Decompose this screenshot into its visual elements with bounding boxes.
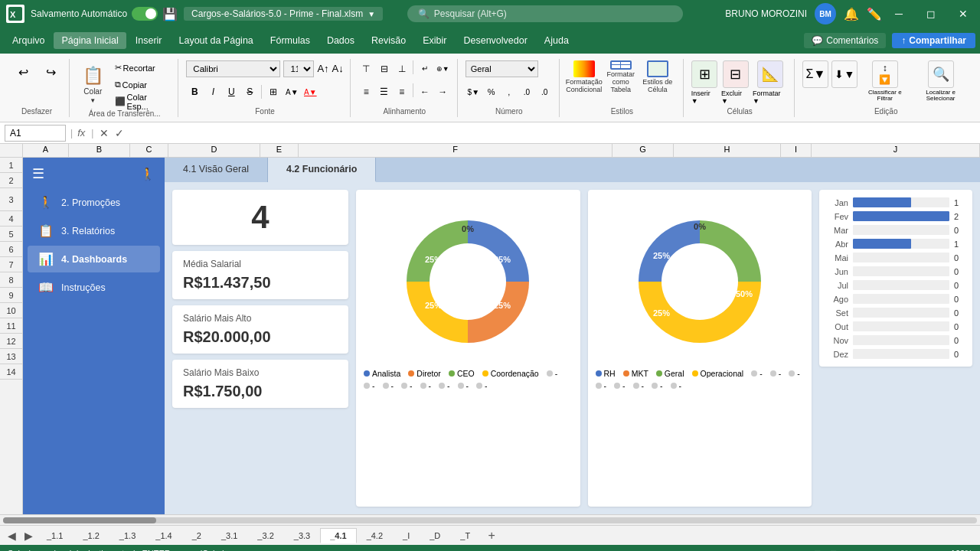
sheet-tab-4-1[interactable]: _4.1: [320, 528, 356, 543]
font-size-selector[interactable]: 11: [283, 60, 314, 77]
name-box[interactable]: [5, 125, 66, 142]
col-header-f[interactable]: F: [299, 144, 612, 157]
redo-button[interactable]: ↪: [38, 60, 63, 85]
add-sheet-button[interactable]: +: [483, 527, 500, 544]
cancel-formula-button[interactable]: ✕: [100, 127, 109, 139]
row-1[interactable]: 1: [0, 158, 22, 173]
sheet-tab-3-3[interactable]: _3.3: [284, 528, 320, 543]
decrease-decimal-button[interactable]: .0: [537, 83, 553, 100]
sheet-tab-2[interactable]: _2: [182, 528, 211, 543]
sheet-tab-1-2[interactable]: _1.2: [73, 528, 109, 543]
delete-cells-button[interactable]: ⊟ Excluir ▼: [721, 60, 750, 105]
sidebar-item-instrucoes[interactable]: 📖 Instruções: [28, 274, 160, 301]
border-button[interactable]: ⊞: [265, 83, 282, 100]
menu-pagina-inicial[interactable]: Página Inicial: [54, 32, 126, 49]
currency-button[interactable]: $▼: [466, 83, 482, 100]
paste-special-button[interactable]: ⬛Colar Esp...: [112, 94, 172, 109]
number-format-selector[interactable]: Geral: [466, 60, 538, 77]
row-14[interactable]: 14: [0, 364, 22, 380]
cut-button[interactable]: ✂Recortar: [112, 60, 172, 76]
row-12[interactable]: 12: [0, 334, 22, 349]
comments-button[interactable]: 💬 Comentários: [804, 33, 886, 48]
row-6[interactable]: 6: [0, 242, 22, 257]
menu-desenvolvedor[interactable]: Desenvolvedor: [456, 32, 534, 49]
sheet-next-button[interactable]: ▶: [20, 527, 37, 544]
align-top-button[interactable]: ⊤: [358, 60, 374, 77]
merge-button[interactable]: ⊕▼: [435, 60, 451, 77]
tab-funcionario[interactable]: 4.2 Funcionário: [268, 158, 376, 182]
minimize-button[interactable]: ─: [888, 3, 910, 24]
undo-button[interactable]: ↩: [11, 60, 35, 85]
format-as-table-button[interactable]: Formatar como Tabela: [604, 60, 638, 94]
autosave-toggle[interactable]: [132, 7, 158, 21]
sheet-tab-d[interactable]: _D: [420, 528, 450, 543]
sheet-tab-t[interactable]: _T: [450, 528, 480, 543]
horizontal-scrollbar[interactable]: [0, 514, 980, 525]
close-button[interactable]: ✕: [952, 3, 974, 24]
cell-styles-button[interactable]: Estilos de Célula: [641, 60, 675, 94]
row-3[interactable]: 3: [0, 188, 22, 211]
sheet-prev-button[interactable]: ◀: [3, 527, 20, 544]
sidebar-item-promocoes[interactable]: 🚶 2. Promoções: [28, 189, 160, 216]
col-header-i[interactable]: I: [781, 144, 812, 157]
fill-button[interactable]: ⬇▼: [831, 60, 858, 103]
font-color-button[interactable]: A▼: [302, 83, 318, 100]
formula-input[interactable]: [135, 128, 975, 139]
percent-button[interactable]: %: [483, 83, 499, 100]
tab-visao-geral[interactable]: 4.1 Visão Geral: [165, 158, 268, 182]
increase-font-button[interactable]: A↑: [317, 63, 328, 74]
decrease-font-button[interactable]: A↓: [332, 63, 344, 74]
sidebar-item-dashboards[interactable]: 📊 4. Dashboards: [28, 246, 160, 272]
copy-button[interactable]: ⧉Copiar: [112, 77, 172, 93]
menu-ajuda[interactable]: Ajuda: [537, 32, 577, 49]
insert-cells-button[interactable]: ⊞ Inserir ▼: [691, 60, 718, 105]
strikethrough-button[interactable]: S: [241, 83, 258, 100]
sheet-tab-1-1[interactable]: _1.1: [37, 528, 73, 543]
col-header-h[interactable]: H: [674, 144, 781, 157]
sheet-tab-3-1[interactable]: _3.1: [211, 528, 247, 543]
menu-formulas[interactable]: Fórmulas: [263, 32, 318, 49]
menu-revisao[interactable]: Revisão: [364, 32, 413, 49]
bold-button[interactable]: B: [186, 83, 203, 100]
conditional-formatting-button[interactable]: Formatação Condicional: [567, 60, 601, 94]
align-right-button[interactable]: ≡: [394, 83, 410, 100]
wrap-text-button[interactable]: ↵: [416, 60, 433, 77]
user-avatar[interactable]: BM: [815, 3, 836, 24]
col-header-d[interactable]: D: [168, 144, 260, 157]
comma-button[interactable]: ,: [501, 83, 517, 100]
menu-inserir[interactable]: Inserir: [128, 32, 170, 49]
find-select-button[interactable]: 🔍 Localizar e Selecionar: [912, 60, 969, 103]
sheet-tab-3-2[interactable]: _3.2: [247, 528, 283, 543]
sort-filter-button[interactable]: ↕🔽 Classificar e Filtrar: [861, 60, 909, 103]
fill-color-button[interactable]: A▼: [283, 83, 300, 100]
share-button[interactable]: ↑ Compartilhar: [892, 33, 975, 48]
format-cells-button[interactable]: 📐 Formatar ▼: [753, 60, 788, 105]
indent-decrease-button[interactable]: ←: [416, 83, 433, 100]
search-bar[interactable]: 🔍 Pesquisar (Alt+G): [407, 5, 683, 22]
row-11[interactable]: 11: [0, 318, 22, 334]
row-10[interactable]: 10: [0, 303, 22, 318]
confirm-formula-button[interactable]: ✓: [115, 127, 124, 139]
layout-view-icon[interactable]: ⊞: [814, 549, 821, 552]
align-left-button[interactable]: ≡: [358, 83, 374, 100]
col-header-a[interactable]: A: [23, 144, 69, 157]
sheet-tab-1-4[interactable]: _1.4: [145, 528, 181, 543]
row-13[interactable]: 13: [0, 349, 22, 364]
save-icon[interactable]: 💾: [162, 7, 178, 21]
row-8[interactable]: 8: [0, 272, 22, 288]
sidebar-menu-icon[interactable]: ☰: [32, 165, 44, 182]
col-header-j[interactable]: J: [812, 144, 980, 157]
pen-icon[interactable]: ✏️: [867, 7, 882, 21]
row-7[interactable]: 7: [0, 257, 22, 272]
sum-button[interactable]: Σ▼: [802, 60, 828, 103]
align-center-button[interactable]: ☰: [376, 83, 392, 100]
italic-button[interactable]: I: [204, 83, 221, 100]
bell-icon[interactable]: 🔔: [844, 7, 859, 21]
col-header-e[interactable]: E: [260, 144, 299, 157]
menu-dados[interactable]: Dados: [319, 32, 362, 49]
paste-button[interactable]: 📋 Colar ▼: [77, 66, 109, 104]
row-2[interactable]: 2: [0, 173, 22, 188]
pagebreak-view-icon[interactable]: ⊟: [830, 549, 837, 552]
menu-layout[interactable]: Layout da Página: [171, 32, 260, 49]
col-header-c[interactable]: C: [130, 144, 168, 157]
